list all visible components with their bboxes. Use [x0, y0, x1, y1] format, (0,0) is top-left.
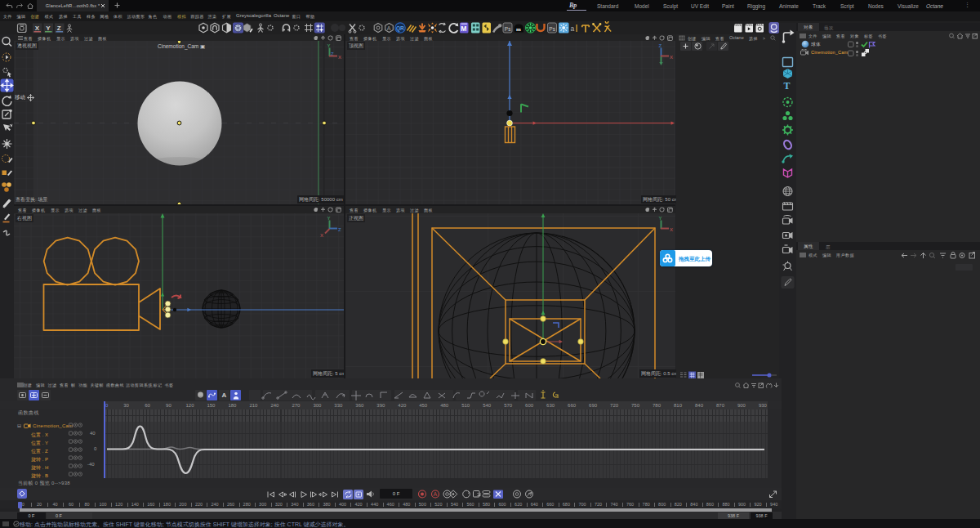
svg-text:Z: Z	[57, 25, 61, 32]
svg-text:Ps: Ps	[505, 26, 511, 32]
svg-text:X: X	[670, 55, 673, 60]
svg-text:A: A	[434, 491, 438, 497]
svg-text:m: m	[516, 26, 521, 33]
svg-text:X: X	[670, 227, 673, 232]
svg-text:X: X	[338, 55, 341, 60]
svg-text:T: T	[784, 80, 791, 92]
svg-text:QR: QR	[396, 25, 404, 32]
svg-text:a: a	[571, 25, 575, 33]
svg-text:A: A	[387, 25, 391, 31]
svg-text:X: X	[35, 25, 40, 32]
svg-text:Y: Y	[659, 216, 662, 221]
svg-text:Z: Z	[659, 43, 662, 48]
svg-text:Y: Y	[327, 216, 331, 221]
svg-text:M: M	[461, 25, 466, 33]
svg-text:Y: Y	[327, 43, 331, 48]
svg-text:Ps: Ps	[549, 26, 555, 32]
svg-text:Y: Y	[46, 25, 51, 32]
svg-text:X: X	[320, 233, 323, 238]
svg-text:Z: Z	[338, 227, 341, 232]
